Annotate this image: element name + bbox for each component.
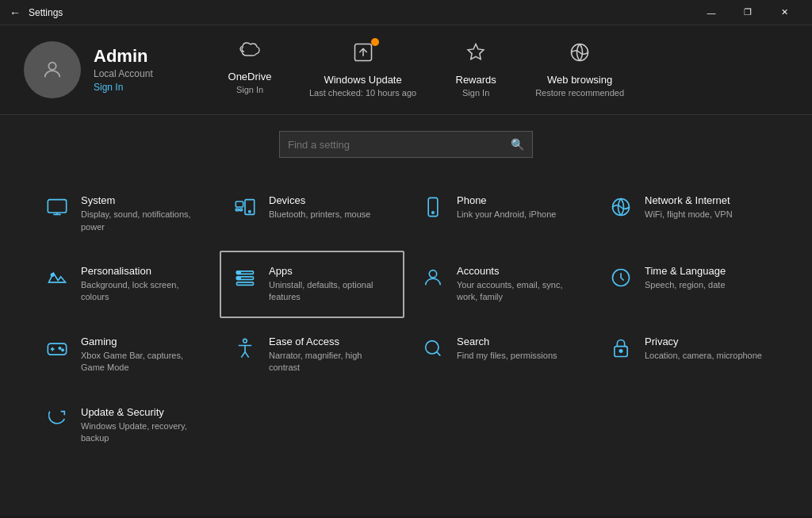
settings-item-apps[interactable]: Apps Uninstall, defaults, optional featu… bbox=[220, 251, 404, 318]
back-button[interactable]: ← bbox=[10, 6, 21, 19]
svg-point-10 bbox=[432, 212, 434, 213]
web-browsing-icon bbox=[569, 41, 591, 69]
titlebar-title: Settings bbox=[29, 7, 63, 18]
settings-item-time-language[interactable]: Time & Language Speech, region, date bbox=[596, 251, 780, 318]
user-name: Admin bbox=[94, 46, 153, 67]
settings-desc-system: Display, sound, notifications, power bbox=[81, 209, 204, 233]
settings-item-accounts[interactable]: Accounts Your accounts, email, sync, wor… bbox=[408, 251, 592, 318]
settings-title-update-security: Update & Security bbox=[81, 406, 204, 418]
svg-rect-16 bbox=[237, 271, 241, 274]
onedrive-title: OneDrive bbox=[228, 71, 272, 82]
svg-point-22 bbox=[62, 349, 63, 351]
settings-desc-time-language: Speech, region, date bbox=[645, 279, 726, 291]
minimize-button[interactable]: — bbox=[693, 0, 730, 25]
settings-item-phone[interactable]: Phone Link your Android, iPhone bbox=[408, 180, 592, 247]
settings-icon-phone bbox=[420, 196, 446, 224]
settings-desc-gaming: Xbox Game Bar, captures, Game Mode bbox=[81, 350, 204, 374]
settings-item-system[interactable]: System Display, sound, notifications, po… bbox=[32, 180, 216, 247]
rewards-sub: Sign In bbox=[462, 87, 489, 98]
maximize-button[interactable]: ❐ bbox=[730, 0, 766, 25]
rewards-card[interactable]: Rewards Sign In bbox=[440, 41, 511, 98]
settings-icon-accounts bbox=[420, 267, 446, 294]
titlebar-left: ← Settings bbox=[10, 6, 63, 19]
settings-desc-network: WiFi, flight mode, VPN bbox=[645, 209, 733, 221]
svg-point-12 bbox=[51, 274, 54, 277]
svg-point-23 bbox=[243, 339, 247, 343]
svg-rect-17 bbox=[237, 277, 241, 280]
settings-title-system: System bbox=[81, 194, 204, 206]
onedrive-card[interactable]: OneDrive Sign In bbox=[214, 41, 285, 98]
settings-desc-privacy: Location, camera, microphone bbox=[645, 350, 762, 362]
settings-item-personalisation[interactable]: Personalisation Background, lock screen,… bbox=[32, 251, 216, 318]
settings-item-update-security[interactable]: Update & Security Windows Update, recove… bbox=[32, 392, 216, 459]
web-browsing-title: Web browsing bbox=[547, 74, 612, 86]
settings-title-phone: Phone bbox=[457, 194, 556, 206]
settings-item-devices[interactable]: Devices Bluetooth, printers, mouse bbox=[220, 180, 404, 247]
web-browsing-card[interactable]: Web browsing Restore recommended bbox=[535, 41, 624, 98]
settings-desc-update-security: Windows Update, recovery, backup bbox=[81, 420, 204, 445]
web-browsing-sub: Restore recommended bbox=[535, 87, 624, 98]
settings-title-privacy: Privacy bbox=[645, 336, 762, 347]
settings-item-ease-of-access[interactable]: Ease of Access Narrator, magnifier, high… bbox=[220, 321, 404, 389]
settings-title-apps: Apps bbox=[269, 265, 392, 277]
settings-grid: System Display, sound, notifications, po… bbox=[32, 180, 780, 459]
settings-title-accounts: Accounts bbox=[457, 265, 580, 277]
settings-item-gaming[interactable]: Gaming Xbox Game Bar, captures, Game Mod… bbox=[32, 321, 216, 389]
settings-desc-accounts: Your accounts, email, sync, work, family bbox=[457, 279, 580, 304]
settings-title-time-language: Time & Language bbox=[645, 265, 726, 277]
settings-icon-privacy bbox=[608, 337, 634, 365]
settings-icon-search bbox=[420, 337, 446, 365]
main-content: 🔍 System Display, sound, notifications, … bbox=[0, 115, 812, 516]
settings-icon-apps bbox=[232, 267, 258, 294]
settings-icon-network bbox=[608, 196, 634, 224]
settings-desc-personalisation: Background, lock screen, colours bbox=[81, 279, 204, 304]
settings-title-devices: Devices bbox=[269, 194, 370, 206]
settings-item-privacy[interactable]: Privacy Location, camera, microphone bbox=[596, 321, 780, 389]
svg-rect-5 bbox=[236, 209, 239, 211]
settings-icon-time-language bbox=[608, 267, 634, 294]
titlebar-controls: — ❐ ✕ bbox=[693, 0, 802, 25]
settings-desc-ease-of-access: Narrator, magnifier, high contrast bbox=[269, 350, 392, 374]
search-input[interactable] bbox=[288, 139, 511, 151]
svg-point-21 bbox=[59, 347, 60, 349]
settings-desc-phone: Link your Android, iPhone bbox=[457, 209, 556, 221]
windows-update-card[interactable]: Windows Update Last checked: 10 hours ag… bbox=[309, 41, 416, 98]
settings-icon-system bbox=[44, 196, 70, 224]
onedrive-icon bbox=[238, 41, 262, 66]
settings-item-network[interactable]: Network & Internet WiFi, flight mode, VP… bbox=[596, 180, 780, 247]
svg-rect-15 bbox=[237, 282, 254, 286]
search-icon: 🔍 bbox=[511, 138, 524, 151]
avatar bbox=[24, 41, 81, 98]
svg-rect-3 bbox=[48, 200, 66, 213]
settings-title-gaming: Gaming bbox=[81, 336, 204, 347]
svg-point-0 bbox=[48, 63, 56, 70]
account-type: Local Account bbox=[94, 68, 153, 79]
svg-point-8 bbox=[249, 211, 251, 213]
settings-title-search: Search bbox=[457, 336, 557, 347]
titlebar: ← Settings — ❐ ✕ bbox=[0, 0, 812, 25]
settings-icon-gaming bbox=[44, 337, 70, 365]
settings-desc-devices: Bluetooth, printers, mouse bbox=[269, 209, 370, 221]
header-panel: Admin Local Account Sign In OneDrive Sig… bbox=[0, 25, 812, 115]
sign-in-link[interactable]: Sign In bbox=[94, 82, 123, 93]
onedrive-sub: Sign In bbox=[236, 84, 263, 95]
svg-point-24 bbox=[426, 341, 439, 354]
rewards-icon bbox=[465, 41, 487, 69]
svg-rect-4 bbox=[236, 201, 243, 207]
svg-point-26 bbox=[619, 350, 622, 353]
settings-item-search[interactable]: Search Find my files, permissions bbox=[408, 321, 592, 389]
windows-update-sub: Last checked: 10 hours ago bbox=[309, 87, 416, 98]
settings-title-personalisation: Personalisation bbox=[81, 265, 204, 277]
avatar-icon bbox=[41, 59, 63, 81]
settings-icon-devices bbox=[232, 196, 258, 224]
search-container: 🔍 bbox=[32, 131, 780, 158]
user-info: Admin Local Account Sign In bbox=[94, 46, 153, 94]
settings-icon-personalisation bbox=[44, 267, 70, 294]
settings-desc-apps: Uninstall, defaults, optional features bbox=[269, 279, 392, 304]
svg-point-18 bbox=[429, 271, 436, 278]
windows-update-title: Windows Update bbox=[324, 74, 401, 86]
close-button[interactable]: ✕ bbox=[766, 0, 802, 25]
settings-icon-update-security bbox=[44, 408, 70, 436]
windows-update-icon bbox=[352, 41, 374, 69]
svg-rect-6 bbox=[239, 209, 243, 211]
